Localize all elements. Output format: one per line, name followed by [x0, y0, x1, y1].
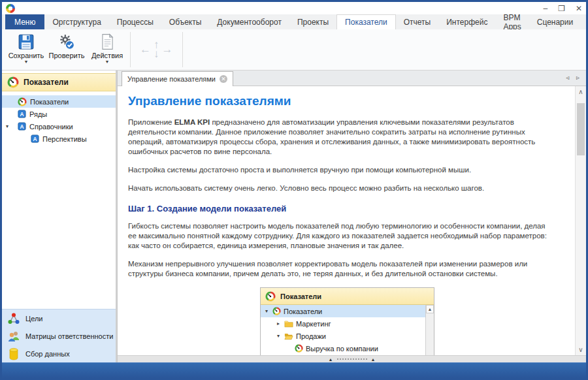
arrow-down-icon[interactable]: ↓	[154, 50, 159, 59]
gauge-icon	[265, 291, 276, 302]
paragraph-flexibility: Гибкость системы позволяет настроить мод…	[128, 221, 549, 251]
scrollbar-thumb[interactable]	[577, 103, 585, 155]
page-title: Управление показателями	[128, 94, 549, 108]
paragraph-setup: Настройка системы достаточно проста и вы…	[128, 165, 549, 175]
scroll-up-icon[interactable]: ∧	[576, 86, 586, 97]
status-footer	[2, 362, 586, 378]
sidebar: Показатели Показатели Ряды ▾ Справочники	[2, 71, 117, 362]
panel-tree-item: ▾ Показатели	[261, 305, 425, 317]
gauge-icon	[18, 97, 27, 106]
sidebar-header-label: Показатели	[24, 78, 69, 87]
minimize-button[interactable]: –	[543, 5, 547, 12]
sidebar-item-label: Цели	[25, 315, 42, 323]
tab-interface[interactable]: Интерфейс	[438, 14, 495, 29]
sidebar-item-label: Матрицы ответственности	[25, 332, 113, 340]
scroll-down-icon[interactable]: ∨	[576, 344, 586, 355]
sidebar-item-series[interactable]: Ряды	[2, 108, 116, 120]
sidebar-sections: Цели Матрицы ответственности	[2, 309, 116, 362]
ribbon-toolbar: Сохранить ▼ Провери	[2, 29, 586, 71]
document-scrollbar[interactable]: ∧ ∨	[575, 86, 586, 355]
tab-indicators[interactable]: Показатели	[336, 14, 396, 29]
tab-projects[interactable]: Проекты	[289, 14, 336, 29]
document-tab-label: Управление показателями	[127, 75, 216, 83]
arrow-left-icon[interactable]: ←	[140, 43, 151, 56]
collapse-up-icon: ▲	[329, 357, 333, 362]
tab-orgstructure[interactable]: Оргструктура	[44, 14, 108, 29]
panel-header: Показатели	[261, 288, 434, 305]
actions-button[interactable]: Действия ▼	[87, 29, 127, 70]
sidebar-item-goals[interactable]: Цели	[2, 309, 116, 327]
sidebar-item-perspectives[interactable]: Перспективы	[2, 133, 116, 145]
scroll-up-icon: ▲	[426, 305, 434, 313]
sidebar-item-dictionaries[interactable]: ▾ Справочники	[2, 120, 116, 133]
tab-processes[interactable]: Процессы	[109, 14, 161, 29]
tab-scroll-arrows: ◃ ▹	[566, 74, 582, 81]
toolbar-separator	[182, 32, 183, 67]
maximize-button[interactable]: ❒	[558, 5, 565, 12]
save-dropdown-caret: ▼	[24, 61, 29, 63]
panel-header-label: Показатели	[280, 293, 321, 300]
database-icon	[7, 347, 20, 360]
sidebar-item-data-collection[interactable]: Сбор данных	[2, 345, 116, 362]
close-button[interactable]: ✕	[576, 5, 582, 12]
sidebar-item-responsibility-matrices[interactable]: Матрицы ответственности	[2, 327, 116, 345]
check-icon	[58, 33, 75, 50]
tab-publication[interactable]: Публикация	[581, 14, 588, 29]
people-icon	[7, 330, 20, 343]
save-button[interactable]: Сохранить ▼	[6, 29, 46, 70]
sidebar-item-indicators[interactable]: Показатели	[2, 95, 116, 108]
actions-dropdown-caret: ▼	[105, 61, 110, 63]
save-icon	[18, 33, 35, 50]
tab-scroll-right-icon[interactable]: ▹	[576, 74, 582, 81]
collapse-icon: ▾	[275, 333, 282, 339]
save-label: Сохранить	[8, 52, 44, 59]
actions-icon	[99, 33, 116, 50]
help-document: Управление показателями Приложение ELMA …	[118, 86, 586, 355]
sidebar-tree: Показатели Ряды ▾ Справочники Перспектив…	[2, 91, 116, 145]
tree-item-label: Перспективы	[42, 135, 87, 143]
app-window: – ❒ ✕ Меню Оргструктура Процессы Объекты…	[0, 0, 588, 380]
panel-scrollbar: ▲	[425, 305, 434, 355]
sidebar-header: Показатели	[2, 73, 116, 91]
tree-item-label: Ряды	[29, 110, 47, 118]
folder-icon	[284, 319, 293, 328]
titlebar: – ❒ ✕	[2, 2, 586, 14]
check-label: Проверить	[48, 52, 84, 59]
tab-objects[interactable]: Объекты	[161, 14, 210, 29]
actions-label: Действия	[91, 52, 123, 59]
panel-tree-item: ▾ Продажи	[261, 330, 425, 342]
document-tab[interactable]: Управление показателями ✕	[122, 71, 233, 86]
collapse-icon: ▾	[263, 308, 270, 314]
tab-scroll-left-icon[interactable]: ◃	[566, 74, 572, 81]
collapse-icon[interactable]: ▾	[6, 123, 8, 129]
panel-tree-item: ▸ Маркетинг	[261, 317, 425, 330]
panel-tree-item: Выручка по компании	[261, 342, 425, 355]
gauge-icon	[272, 307, 281, 315]
embedded-screenshot: Показатели ▾ Показатели ▸ Маркетинг ▾	[260, 287, 434, 355]
sidebar-item-label: Сбор данных	[25, 350, 70, 358]
check-button[interactable]: Проверить	[46, 29, 87, 70]
elma-kpi-bold: ELMA KPI	[174, 118, 210, 126]
gauge-icon	[7, 76, 19, 88]
navigation-arrows: ← ↑ ↓ →	[133, 29, 180, 70]
tab-reports[interactable]: Отчеты	[396, 14, 438, 29]
tree-item-label: Справочники	[29, 123, 73, 131]
folder-open-icon	[284, 332, 293, 340]
toolbar-separator	[130, 32, 131, 67]
arrow-right-icon[interactable]: →	[162, 43, 173, 56]
tree-item-label: Показатели	[30, 98, 69, 106]
paragraph-improvement: Механизм непрерывного улучшения позволяе…	[128, 259, 549, 279]
tab-close-icon[interactable]: ✕	[220, 75, 227, 83]
elma-logo-icon	[6, 4, 15, 13]
section-heading-step1: Шаг 1. Создание модели показателей	[128, 204, 549, 214]
paragraph-intro: Приложение ELMA KPI предназначено для ав…	[128, 118, 549, 157]
menu-button[interactable]: Меню	[5, 14, 44, 29]
document-tabbar: Управление показателями ✕ ◃ ▹	[118, 71, 586, 86]
panel-tree-item: ▸ Команды продаж	[261, 355, 425, 355]
tab-bpm-apps[interactable]: BPM Apps	[495, 14, 529, 29]
gauge-icon	[295, 344, 303, 353]
tab-scenarios[interactable]: Сценарии	[529, 14, 581, 29]
tab-docflow[interactable]: Документооборот	[209, 14, 289, 29]
bottom-splitter[interactable]: ▲ ▲	[118, 355, 586, 362]
expand-icon: ▸	[275, 321, 282, 326]
